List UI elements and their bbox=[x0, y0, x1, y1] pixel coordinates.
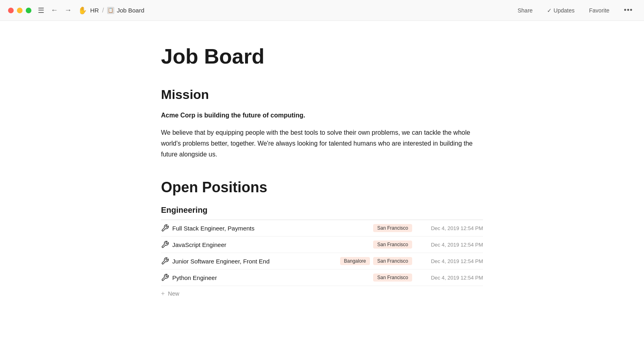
check-icon: ✓ bbox=[547, 7, 552, 14]
position-date: Dec 4, 2019 12:54 PM bbox=[419, 225, 483, 231]
table-row[interactable]: Full Stack Engineer, PaymentsSan Francis… bbox=[161, 220, 483, 237]
mission-bold-text: Acme Corp is building the future of comp… bbox=[161, 110, 483, 121]
open-positions-heading: Open Positions bbox=[161, 179, 483, 196]
page-title: Job Board bbox=[161, 45, 483, 68]
mission-body-text: We believe that by equipping people with… bbox=[161, 127, 483, 160]
open-positions-section: Open Positions Engineering Full Stack En… bbox=[161, 179, 483, 301]
breadcrumb-separator: / bbox=[102, 7, 104, 14]
position-name: JavaScript Engineer bbox=[172, 241, 373, 248]
position-tag[interactable]: San Francisco bbox=[373, 257, 412, 265]
position-date: Dec 4, 2019 12:54 PM bbox=[419, 258, 483, 264]
main-content: Job Board Mission Acme Corp is building … bbox=[129, 21, 515, 346]
titlebar-right: Share ✓ Updates Favorite ••• bbox=[514, 4, 636, 16]
favorite-label: Favorite bbox=[589, 7, 610, 14]
breadcrumb-current-label: Job Board bbox=[117, 7, 144, 14]
favorite-button[interactable]: Favorite bbox=[586, 6, 613, 15]
position-name: Full Stack Engineer, Payments bbox=[172, 225, 373, 232]
updates-label: Updates bbox=[553, 7, 574, 14]
breadcrumb-current-icon: 📋 bbox=[107, 7, 114, 14]
mission-heading: Mission bbox=[161, 87, 483, 102]
table-row[interactable]: Python EngineerSan FranciscoDec 4, 2019 … bbox=[161, 269, 483, 286]
menu-icon[interactable]: ☰ bbox=[38, 6, 44, 15]
positions-table: Full Stack Engineer, PaymentsSan Francis… bbox=[161, 220, 483, 286]
breadcrumb-parent-label: HR bbox=[90, 7, 99, 14]
position-date: Dec 4, 2019 12:54 PM bbox=[419, 242, 483, 248]
position-tag[interactable]: San Francisco bbox=[373, 274, 412, 282]
table-row[interactable]: Junior Software Engineer, Front EndBanga… bbox=[161, 253, 483, 269]
breadcrumb-current[interactable]: 📋 Job Board bbox=[107, 7, 144, 14]
share-button[interactable]: Share bbox=[514, 6, 536, 15]
position-date: Dec 4, 2019 12:54 PM bbox=[419, 275, 483, 281]
position-tags: BangaloreSan Francisco bbox=[340, 257, 412, 265]
titlebar: ☰ ← → ✋ HR / 📋 Job Board Share ✓ Updates… bbox=[0, 0, 644, 21]
breadcrumb-parent[interactable]: HR bbox=[90, 7, 99, 14]
new-position-button[interactable]: + New bbox=[161, 286, 179, 301]
more-icon: ••• bbox=[624, 6, 633, 14]
minimize-button[interactable] bbox=[17, 8, 23, 13]
maximize-button[interactable] bbox=[26, 8, 31, 13]
position-icon bbox=[161, 224, 172, 232]
updates-button[interactable]: ✓ Updates bbox=[544, 6, 578, 15]
position-icon bbox=[161, 274, 172, 282]
position-name: Junior Software Engineer, Front End bbox=[172, 258, 340, 265]
more-button[interactable]: ••• bbox=[621, 4, 636, 16]
back-button[interactable]: ← bbox=[49, 5, 60, 15]
position-tag[interactable]: Bangalore bbox=[340, 257, 370, 265]
table-row[interactable]: JavaScript EngineerSan FranciscoDec 4, 2… bbox=[161, 237, 483, 253]
nav-arrows: ← → bbox=[49, 5, 73, 15]
forward-button[interactable]: → bbox=[63, 5, 73, 15]
breadcrumb-emoji: ✋ bbox=[78, 6, 87, 15]
window-controls bbox=[8, 8, 31, 13]
close-button[interactable] bbox=[8, 8, 14, 13]
position-name: Python Engineer bbox=[172, 274, 373, 281]
position-tag[interactable]: San Francisco bbox=[373, 241, 412, 249]
position-tag[interactable]: San Francisco bbox=[373, 224, 412, 232]
position-tags: San Francisco bbox=[373, 274, 412, 282]
engineering-heading: Engineering bbox=[161, 206, 483, 215]
position-icon bbox=[161, 257, 172, 265]
plus-icon: + bbox=[161, 290, 165, 297]
position-tags: San Francisco bbox=[373, 241, 412, 249]
position-icon bbox=[161, 241, 172, 249]
share-label: Share bbox=[518, 7, 533, 14]
new-label: New bbox=[168, 290, 179, 297]
breadcrumb: ✋ HR / 📋 Job Board bbox=[78, 6, 514, 15]
position-tags: San Francisco bbox=[373, 224, 412, 232]
